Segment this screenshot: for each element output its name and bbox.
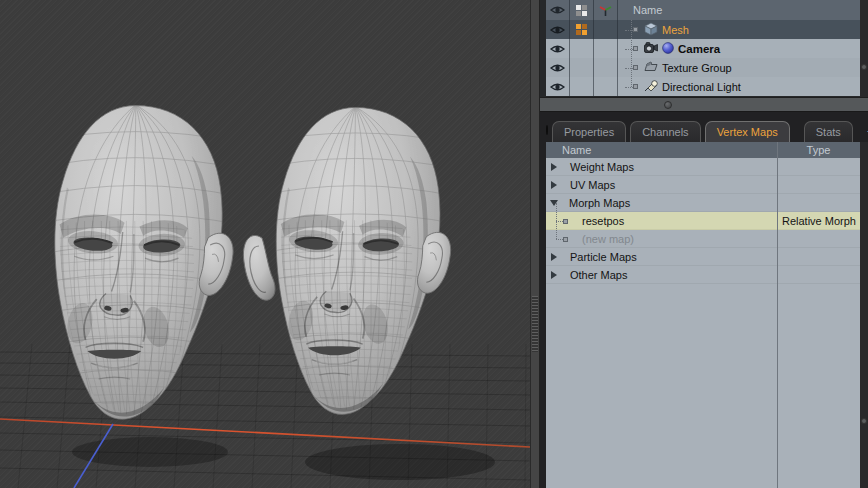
tree-connector-line <box>556 221 557 239</box>
vmap-row-new-map[interactable]: (new map) <box>546 230 860 248</box>
item-name-cell[interactable]: Texture Group <box>618 58 860 77</box>
vertex-maps-table-header: Name Type <box>546 142 860 158</box>
tab-vertex-maps[interactable]: Vertex Maps <box>705 121 790 142</box>
item-row-mesh[interactable]: Mesh <box>546 20 860 39</box>
vmap-type: Relative Morph <box>777 215 860 227</box>
tree-bullet <box>633 27 638 32</box>
visibility-toggle[interactable] <box>546 20 570 39</box>
item-label: Texture Group <box>662 62 732 74</box>
head-mesh-left <box>32 105 240 421</box>
locator-cell[interactable] <box>594 58 618 77</box>
locator-cell[interactable] <box>594 39 618 58</box>
head-right-left-ear <box>243 235 275 300</box>
eye-icon <box>550 82 565 92</box>
vmap-label: Other Maps <box>570 269 627 281</box>
texture-group-icon <box>644 61 658 74</box>
tree-connector-stub <box>556 239 563 240</box>
column-header-name: Name <box>546 144 777 156</box>
item-label: Camera <box>678 43 720 55</box>
column-divider[interactable] <box>777 142 778 488</box>
item-row-camera[interactable]: Camera <box>546 39 860 58</box>
eye-icon <box>550 25 565 35</box>
tree-bullet <box>633 84 638 89</box>
head-shadow-right <box>305 444 495 480</box>
expander-collapsed-icon[interactable] <box>551 181 557 189</box>
scrollbar-knob[interactable] <box>861 418 867 424</box>
properties-tab-panel: Properties Channels Vertex Maps Stats + … <box>540 112 868 488</box>
locator-cell[interactable] <box>594 77 618 96</box>
item-name-cell[interactable]: Mesh <box>618 20 860 39</box>
tab-bar: Properties Channels Vertex Maps Stats + <box>540 117 868 142</box>
expander-collapsed-icon[interactable] <box>551 253 557 261</box>
splitter-knob[interactable] <box>664 101 672 109</box>
tree-bullet <box>633 46 638 51</box>
vmap-row-uv-maps[interactable]: UV Maps <box>546 176 860 194</box>
tree-connector-stub <box>556 221 563 222</box>
render-column-header <box>570 0 594 20</box>
tab-stats[interactable]: Stats <box>804 121 853 142</box>
vmap-label: resetpos <box>582 215 624 227</box>
vmap-label: Morph Maps <box>569 197 630 209</box>
locator-cell[interactable] <box>594 20 618 39</box>
x-axis-line <box>0 419 530 447</box>
vmap-label: (new map) <box>582 233 634 245</box>
vmap-row-morph-maps[interactable]: Morph Maps <box>546 194 860 212</box>
tab-channels[interactable]: Channels <box>630 121 700 142</box>
camera-icon <box>644 42 658 55</box>
expander-collapsed-icon[interactable] <box>551 271 557 279</box>
vmap-row-particle-maps[interactable]: Particle Maps <box>546 248 860 266</box>
viewport-scene <box>0 0 530 488</box>
expander-collapsed-icon[interactable] <box>551 163 557 171</box>
locator-column-header <box>594 0 618 20</box>
item-row-directional-light[interactable]: Directional Light <box>546 77 860 96</box>
right-panel-column: Name <box>540 0 868 488</box>
tab-properties[interactable]: Properties <box>552 121 626 142</box>
item-label: Directional Light <box>662 81 741 93</box>
tree-connector-line <box>631 20 633 87</box>
tree-bullet <box>563 237 568 242</box>
item-list-scrollbar[interactable] <box>860 0 868 97</box>
vmap-label: Particle Maps <box>570 251 637 263</box>
mesh-cube-icon <box>644 22 658 38</box>
render-toggle[interactable] <box>570 20 594 39</box>
name-header-label: Name <box>633 4 662 16</box>
item-name-cell[interactable]: Directional Light <box>618 77 860 96</box>
scrollbar-knob[interactable] <box>861 64 867 70</box>
tab-label: Stats <box>816 126 841 138</box>
tab-label: Properties <box>564 126 614 138</box>
axis-icon <box>599 4 612 17</box>
tab-overflow-widget[interactable] <box>546 125 548 135</box>
name-column-header: Name <box>618 0 860 20</box>
vmap-row-resetpos[interactable]: resetpos Relative Morph <box>546 212 860 230</box>
item-list-header: Name <box>546 0 860 20</box>
item-name-cell[interactable]: Camera <box>618 39 860 58</box>
visibility-toggle[interactable] <box>546 58 570 77</box>
vmap-label: Weight Maps <box>570 161 634 173</box>
vertex-maps-table: Name Type Weight Maps UV Maps Morph Maps <box>546 142 860 488</box>
tree-bullet <box>633 65 638 70</box>
directional-light-icon <box>644 80 658 94</box>
render-toggle[interactable] <box>570 77 594 96</box>
eye-icon <box>550 44 565 54</box>
render-toggle[interactable] <box>570 58 594 77</box>
render-state-icon <box>576 5 587 16</box>
tree-connector-line <box>556 203 557 221</box>
item-row-texture-group[interactable]: Texture Group <box>546 58 860 77</box>
head-mesh-right <box>253 107 457 416</box>
blue-sphere-icon <box>662 42 674 56</box>
eye-icon <box>550 5 565 15</box>
vertex-maps-scrollbar[interactable] <box>860 142 868 488</box>
item-label: Mesh <box>662 24 689 36</box>
item-list-panel: Name <box>540 0 868 97</box>
vmap-label: UV Maps <box>570 179 615 191</box>
render-state-icon-active <box>576 24 587 35</box>
horizontal-splitter[interactable] <box>540 97 868 112</box>
render-toggle[interactable] <box>570 39 594 58</box>
viewport-3d[interactable] <box>0 0 530 488</box>
vertical-splitter[interactable] <box>530 0 540 488</box>
vmap-row-weight-maps[interactable]: Weight Maps <box>546 158 860 176</box>
visibility-toggle[interactable] <box>546 77 570 96</box>
vmap-row-other-maps[interactable]: Other Maps <box>546 266 860 284</box>
visibility-toggle[interactable] <box>546 39 570 58</box>
splitter-grip[interactable] <box>532 296 538 352</box>
